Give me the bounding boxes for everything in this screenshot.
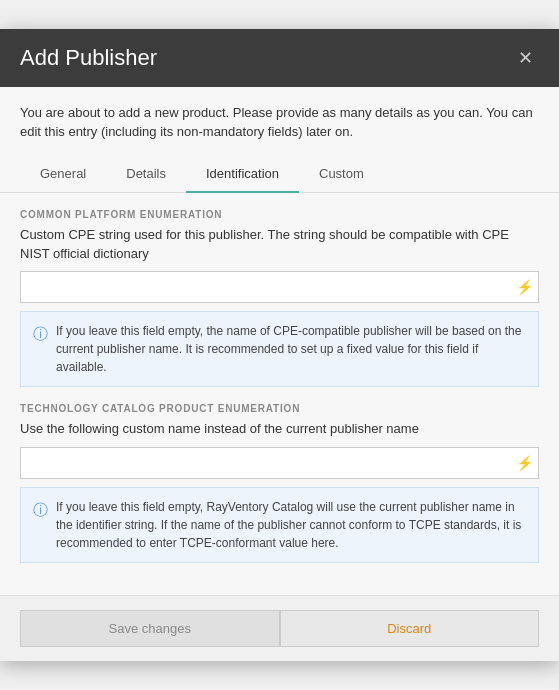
tcpe-info-box: ⓘ If you leave this field empty, RayVent… [20, 487, 539, 563]
tcpe-section-description: Use the following custom name instead of… [20, 420, 539, 439]
add-publisher-dialog: Add Publisher ✕ You are about to add a n… [0, 29, 559, 662]
tcpe-info-icon: ⓘ [33, 499, 48, 552]
tcpe-input[interactable] [20, 447, 539, 479]
cpe-info-box: ⓘ If you leave this field empty, the nam… [20, 311, 539, 387]
dialog-header: Add Publisher ✕ [0, 29, 559, 87]
cpe-lightning-icon[interactable]: ⚡ [516, 279, 533, 295]
cpe-section-description: Custom CPE string used for this publishe… [20, 226, 539, 264]
content-area: COMMON PLATFORM ENUMERATION Custom CPE s… [20, 193, 539, 596]
save-button[interactable]: Save changes [20, 610, 280, 647]
tcpe-section: TECHNOLOGY CATALOG PRODUCT ENUMERATION U… [20, 403, 539, 563]
tab-custom[interactable]: Custom [299, 156, 384, 193]
cpe-input[interactable] [20, 271, 539, 303]
discard-button[interactable]: Discard [280, 610, 540, 647]
cpe-info-icon: ⓘ [33, 323, 48, 376]
close-button[interactable]: ✕ [512, 47, 539, 69]
tab-details[interactable]: Details [106, 156, 186, 193]
tcpe-input-wrapper: ⚡ [20, 447, 539, 479]
tab-identification[interactable]: Identification [186, 156, 299, 193]
cpe-input-wrapper: ⚡ [20, 271, 539, 303]
cpe-info-text: If you leave this field empty, the name … [56, 322, 526, 376]
dialog-title: Add Publisher [20, 45, 157, 71]
cpe-section: COMMON PLATFORM ENUMERATION Custom CPE s… [20, 209, 539, 388]
tabs-container: General Details Identification Custom [0, 156, 559, 193]
dialog-footer: Save changes Discard [0, 595, 559, 661]
tcpe-lightning-icon[interactable]: ⚡ [516, 455, 533, 471]
cpe-section-label: COMMON PLATFORM ENUMERATION [20, 209, 539, 220]
tab-general[interactable]: General [20, 156, 106, 193]
tcpe-section-label: TECHNOLOGY CATALOG PRODUCT ENUMERATION [20, 403, 539, 414]
footer-buttons: Save changes Discard [20, 610, 539, 647]
dialog-body: You are about to add a new product. Plea… [0, 87, 559, 596]
tcpe-info-text: If you leave this field empty, RayVentor… [56, 498, 526, 552]
intro-text: You are about to add a new product. Plea… [20, 103, 539, 142]
